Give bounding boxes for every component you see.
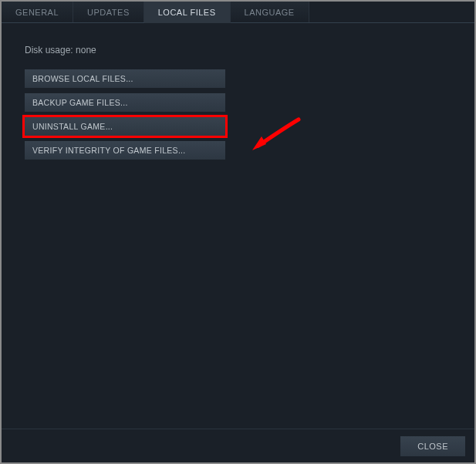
tab-bar: GENERAL UPDATES LOCAL FILES LANGUAGE (2, 2, 474, 23)
content-area: Disk usage: none BROWSE LOCAL FILES... B… (2, 23, 474, 160)
uninstall-game-button[interactable]: UNINSTALL GAME... (25, 117, 225, 136)
button-stack: BROWSE LOCAL FILES... BACKUP GAME FILES.… (25, 69, 225, 160)
tab-local-files[interactable]: LOCAL FILES (144, 2, 231, 23)
disk-usage-label: Disk usage: none (25, 45, 451, 55)
backup-game-files-button[interactable]: BACKUP GAME FILES... (25, 93, 225, 112)
tab-general[interactable]: GENERAL (2, 2, 73, 22)
tab-updates[interactable]: UPDATES (73, 2, 144, 22)
tab-language[interactable]: LANGUAGE (231, 2, 309, 22)
verify-integrity-button[interactable]: VERIFY INTEGRITY OF GAME FILES... (25, 141, 225, 160)
browse-local-files-button[interactable]: BROWSE LOCAL FILES... (25, 69, 225, 88)
close-button[interactable]: CLOSE (400, 436, 465, 456)
dialog-footer: CLOSE (2, 429, 474, 462)
